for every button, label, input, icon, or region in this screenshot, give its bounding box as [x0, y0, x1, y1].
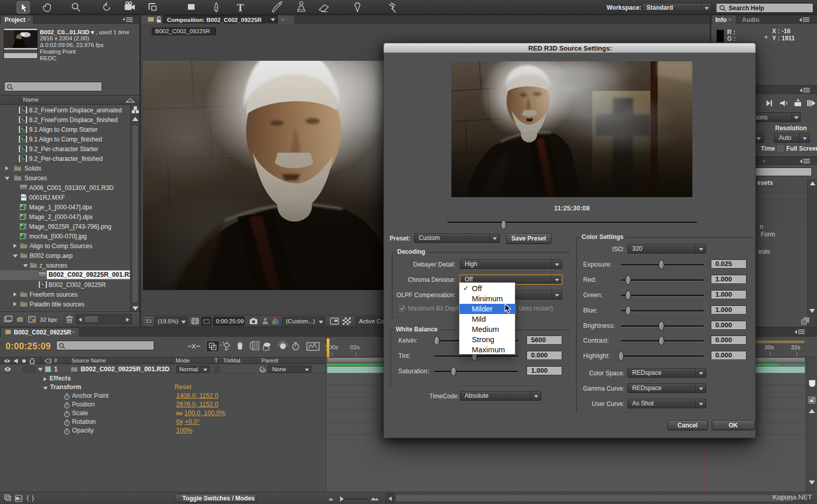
svg-text:32 bpc: 32 bpc [40, 317, 58, 323]
svg-text:T: T [237, 2, 244, 13]
